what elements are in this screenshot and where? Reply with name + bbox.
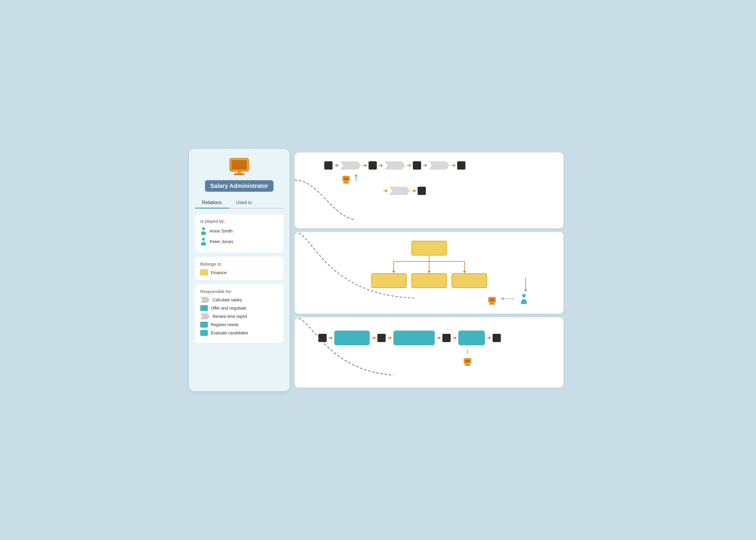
teal-swatch-4 xyxy=(200,330,208,336)
tab-used-in[interactable]: Used in xyxy=(229,198,259,208)
svg-marker-34 xyxy=(524,290,527,292)
svg-marker-23 xyxy=(392,271,395,273)
org-role-figures xyxy=(487,293,528,305)
svg-rect-37 xyxy=(465,359,470,362)
main-container: Salary Administrator Relations Used in I… xyxy=(189,149,567,391)
arrow-4 xyxy=(407,165,411,166)
teal-swatch-1 xyxy=(200,305,208,311)
tabs: Relations Used in xyxy=(195,198,283,208)
person-icon-peter xyxy=(200,237,207,245)
svg-marker-24 xyxy=(428,271,431,273)
sq-node-1 xyxy=(324,161,333,170)
resp-label-0: Calculate salary xyxy=(213,298,242,302)
arrow-2 xyxy=(363,165,367,166)
is-played-by-label: Is played by: xyxy=(200,218,278,224)
arrow-b2 xyxy=(412,191,416,191)
role-figure-d3 xyxy=(462,353,473,366)
arrow-t3 xyxy=(387,338,391,338)
svg-marker-10 xyxy=(200,297,210,303)
role-figure-d3-row xyxy=(301,349,558,366)
svg-point-4 xyxy=(202,227,205,230)
resp-item-3: Register needs xyxy=(200,322,278,328)
role-figure-row xyxy=(324,171,552,184)
svg-rect-1 xyxy=(232,160,247,170)
tab-relations[interactable]: Relations xyxy=(195,198,229,208)
org-chart xyxy=(371,241,487,288)
teal-node-2 xyxy=(393,331,435,345)
arrow-3 xyxy=(378,165,383,166)
left-panel: Salary Administrator Relations Used in I… xyxy=(189,149,289,391)
arrow-b1 xyxy=(383,191,387,191)
role-figure-d3-container xyxy=(462,349,473,366)
diagram-1 xyxy=(295,152,564,228)
is-played-by-card: Is played by: Anne Smith Peter Jones xyxy=(195,214,283,253)
svg-marker-17 xyxy=(355,174,358,176)
teal-node-1 xyxy=(334,331,370,345)
svg-rect-2 xyxy=(237,171,242,174)
resp-item-4: Evaluate candidates xyxy=(200,330,278,336)
diagram-3 xyxy=(295,317,564,388)
sq-node-branch xyxy=(418,187,426,195)
org-box-top xyxy=(411,241,447,255)
sq-teal-1 xyxy=(378,334,386,342)
role-icon xyxy=(227,156,251,177)
sq-node-3 xyxy=(413,161,421,170)
resp-label-4: Evaluate candidates xyxy=(211,331,248,335)
org-box-child-3 xyxy=(452,273,487,288)
arrow-1 xyxy=(334,165,338,166)
process-row-2 xyxy=(324,187,552,195)
svg-rect-13 xyxy=(344,177,349,180)
svg-rect-39 xyxy=(465,364,471,366)
responsible-for-card: Responsible for: Calculate salary Offer … xyxy=(195,284,283,343)
arrow-t1 xyxy=(328,338,333,338)
person-icon-anne xyxy=(200,226,207,235)
process-row-1 xyxy=(324,161,552,170)
diagram-2 xyxy=(295,232,564,314)
org-box-child-1 xyxy=(371,273,407,288)
sq-teal-0 xyxy=(318,334,327,342)
role-figure-d2 xyxy=(487,293,497,305)
arrow-t4 xyxy=(436,338,441,338)
chevron-3 xyxy=(429,161,450,170)
sq-teal-2 xyxy=(442,334,451,342)
resp-label-1: Offer and negotiate xyxy=(211,306,246,311)
arrow-t5 xyxy=(452,338,457,338)
arrow-6 xyxy=(451,165,455,166)
svg-point-7 xyxy=(202,238,205,241)
svg-rect-3 xyxy=(234,173,245,175)
arrow-icon-0 xyxy=(200,297,210,303)
process-flow-teal xyxy=(301,323,558,348)
org-chart-wrapper xyxy=(301,238,558,291)
person-name-peter: Peter Jones xyxy=(210,239,233,244)
finance-swatch xyxy=(200,269,208,275)
svg-marker-31 xyxy=(501,298,503,300)
sq-node-4 xyxy=(457,161,466,170)
teal-swatch-3 xyxy=(200,322,208,328)
arrow-t2 xyxy=(372,338,376,338)
svg-rect-15 xyxy=(343,182,349,184)
arrow-5 xyxy=(423,165,427,166)
svg-rect-29 xyxy=(489,303,495,305)
arrow-up-small-d3 xyxy=(467,349,468,353)
chevron-1 xyxy=(340,161,361,170)
person-name-anne: Anne Smith xyxy=(210,228,233,233)
resp-item-0: Calculate salary xyxy=(200,297,278,303)
belongs-finance: Finance xyxy=(200,269,278,275)
dashed-arrow-d2 xyxy=(500,297,517,301)
svg-marker-11 xyxy=(200,314,210,319)
person-figure-d2 xyxy=(520,293,528,304)
org-box-child-2 xyxy=(411,273,447,288)
sq-node-2 xyxy=(369,161,377,170)
resp-label-2: Review time report xyxy=(213,314,247,319)
person-anne: Anne Smith xyxy=(200,226,278,235)
arrow-icon-2 xyxy=(200,314,210,319)
svg-marker-25 xyxy=(463,271,466,273)
chevron-2 xyxy=(384,161,405,170)
resp-label-3: Register needs xyxy=(211,322,239,327)
role-icon-container xyxy=(195,156,283,177)
org-children-row xyxy=(371,273,487,288)
svg-rect-27 xyxy=(489,298,494,301)
role-title-badge: Salary Administrator xyxy=(205,180,273,192)
belongs-to-card: Belongs to: Finance xyxy=(195,257,283,280)
resp-item-1: Offer and negotiate xyxy=(200,305,278,311)
